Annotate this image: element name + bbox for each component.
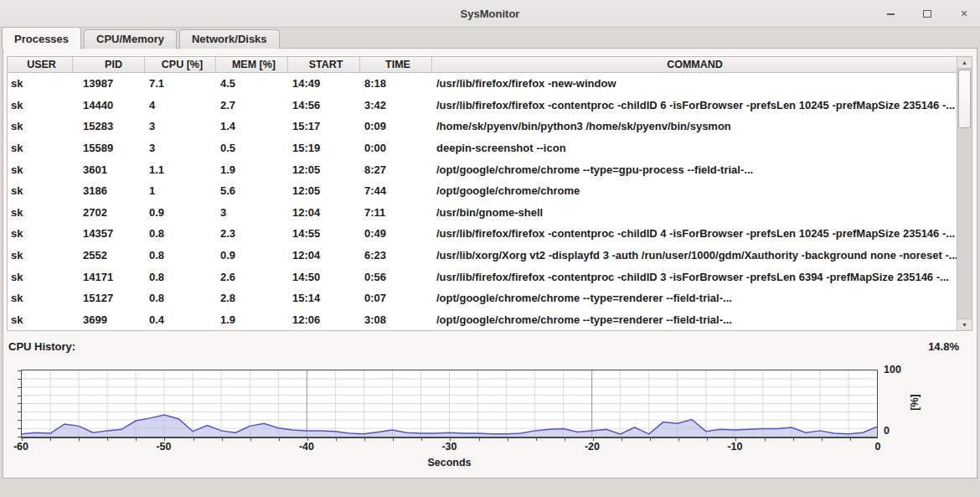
cell-cpu: 0.8 — [145, 249, 216, 261]
cell-time: 0:56 — [360, 271, 432, 283]
cell-start: 12:04 — [288, 249, 360, 261]
cell-pid: 15127 — [73, 292, 145, 304]
cpu-history-label: CPU History: — [8, 340, 75, 353]
process-row[interactable]: sk139877.14.514:498:18/usr/lib/firefox/f… — [8, 73, 957, 95]
cell-user: sk — [8, 77, 73, 90]
x-axis-tick-labels: -60-50-40-30-20-100 — [21, 441, 878, 454]
process-row[interactable]: sk27020.9312:047:11/usr/bin/gnome-shell — [8, 201, 957, 223]
scrollbar-thumb[interactable] — [958, 70, 971, 128]
x-tick-label: -30 — [441, 441, 456, 453]
scroll-down-icon[interactable]: ▼ — [957, 318, 972, 330]
tab-bar: ProcessesCPU/MemoryNetwork/Disks — [0, 28, 980, 48]
cell-pid: 14440 — [73, 99, 145, 111]
cell-cpu: 4 — [145, 99, 216, 111]
process-row[interactable]: sk1558930.515:190:00deepin-screenshot --… — [8, 137, 957, 159]
cpu-current-value: 14.8% — [928, 340, 959, 353]
cell-time: 7:11 — [360, 206, 432, 219]
cell-start: 12:04 — [288, 206, 360, 219]
process-row[interactable]: sk318615.612:057:44/opt/google/chrome/ch… — [8, 180, 957, 202]
titlebar: SysMonitor ✕ — [0, 0, 980, 28]
close-icon: ✕ — [960, 8, 967, 19]
table-scrollbar[interactable]: ▲ ▼ — [957, 57, 972, 330]
process-row[interactable]: sk141710.82.614:500:56/usr/lib/firefox/f… — [8, 266, 957, 287]
cell-start: 12:05 — [288, 184, 360, 197]
cell-pid: 14171 — [73, 271, 145, 283]
x-tick-label: -50 — [156, 441, 171, 453]
scroll-up-icon[interactable]: ▲ — [957, 57, 972, 69]
cell-pid: 13987 — [73, 77, 145, 90]
cell-time: 0:49 — [360, 227, 432, 240]
cell-user: sk — [8, 206, 73, 219]
cell-time: 8:27 — [360, 163, 432, 176]
cell-command: /opt/google/chrome/chrome --type=gpu-pro… — [432, 163, 957, 176]
chart-plot-area — [21, 370, 878, 438]
column-header-mem[interactable]: MEM [%] — [216, 57, 288, 72]
cell-pid: 2702 — [73, 206, 145, 219]
cell-pid: 3699 — [73, 313, 145, 326]
cell-mem: 1.9 — [216, 313, 288, 326]
y-axis-title: [%] — [909, 394, 921, 410]
cell-cpu: 1.1 — [145, 163, 216, 176]
x-tick-label: -60 — [13, 441, 28, 453]
cell-user: sk — [8, 271, 73, 283]
cell-pid: 3601 — [73, 163, 145, 176]
maximize-button[interactable] — [918, 5, 936, 23]
cell-time: 3:42 — [360, 99, 432, 111]
tab-cpu-memory[interactable]: CPU/Memory — [84, 29, 177, 49]
column-header-start[interactable]: START — [288, 57, 360, 72]
cell-time: 6:23 — [360, 249, 432, 261]
cell-user: sk — [8, 184, 73, 197]
minimize-icon — [887, 13, 895, 15]
process-row[interactable]: sk25520.80.912:046:23/usr/lib/xorg/Xorg … — [8, 245, 957, 267]
cell-time: 0:09 — [360, 120, 432, 132]
cell-command: /usr/lib/xorg/Xorg vt2 -displayfd 3 -aut… — [432, 249, 957, 261]
cell-user: sk — [8, 142, 73, 154]
cell-user: sk — [8, 227, 73, 240]
cell-pid: 15283 — [73, 120, 145, 132]
cell-mem: 1.4 — [216, 120, 288, 132]
column-header-cpu[interactable]: CPU [%] — [145, 57, 216, 72]
cell-mem: 1.9 — [216, 163, 288, 176]
cell-start: 14:50 — [288, 271, 360, 283]
cell-user: sk — [8, 163, 73, 176]
x-tick-label: -20 — [585, 441, 600, 453]
cell-command: /opt/google/chrome/chrome --type=rendere… — [432, 313, 957, 326]
column-header-time[interactable]: TIME — [360, 57, 432, 72]
window-title: SysMonitor — [0, 8, 980, 20]
cell-start: 15:19 — [288, 142, 360, 154]
main-panel: USERPIDCPU [%]MEM [%]STARTTIMECOMMAND sk… — [3, 48, 977, 479]
process-row[interactable]: sk1444042.714:563:42/usr/lib/firefox/fir… — [8, 94, 957, 116]
cpu-history-chart: -60-50-40-30-20-100 Seconds 100 0 [%] — [3, 370, 977, 470]
cell-cpu: 0.8 — [145, 227, 216, 240]
cell-command: /opt/google/chrome/chrome — [432, 184, 957, 197]
cell-mem: 2.3 — [216, 227, 288, 240]
process-row[interactable]: sk36011.11.912:058:27/opt/google/chrome/… — [8, 158, 957, 180]
cell-start: 15:14 — [288, 292, 360, 304]
cell-cpu: 7.1 — [145, 77, 216, 90]
y-tick-label-100: 100 — [884, 364, 901, 375]
cell-mem: 3 — [216, 206, 288, 219]
process-row[interactable]: sk1528331.415:170:09/home/sk/pyenv/bin/p… — [8, 116, 957, 137]
cell-time: 7:44 — [360, 184, 432, 197]
cell-command: /usr/lib/firefox/firefox -new-window — [432, 77, 957, 90]
column-header-user[interactable]: USER — [8, 57, 73, 72]
tab-processes[interactable]: Processes — [2, 27, 81, 49]
cell-pid: 2552 — [73, 249, 145, 261]
process-row[interactable]: sk151270.82.815:140:07/opt/google/chrome… — [8, 287, 957, 309]
cell-mem: 2.8 — [216, 292, 288, 304]
close-button[interactable]: ✕ — [955, 5, 973, 23]
cell-start: 14:49 — [288, 77, 360, 90]
cell-start: 14:56 — [288, 99, 360, 111]
x-tick-label: -10 — [727, 441, 742, 453]
cell-mem: 2.7 — [216, 99, 288, 111]
process-table: USERPIDCPU [%]MEM [%]STARTTIMECOMMAND sk… — [7, 56, 972, 331]
minimize-button[interactable] — [881, 5, 900, 23]
cell-mem: 0.5 — [216, 142, 288, 154]
x-tick-label: -40 — [299, 441, 314, 453]
tab-network-disks[interactable]: Network/Disks — [179, 29, 280, 49]
process-row[interactable]: sk143570.82.314:550:49/usr/lib/firefox/f… — [8, 223, 957, 245]
column-header-command[interactable]: COMMAND — [432, 57, 957, 72]
process-row[interactable]: sk36990.41.912:063:08/opt/google/chrome/… — [8, 308, 957, 330]
column-header-pid[interactable]: PID — [73, 57, 145, 72]
cell-cpu: 0.8 — [145, 271, 216, 283]
